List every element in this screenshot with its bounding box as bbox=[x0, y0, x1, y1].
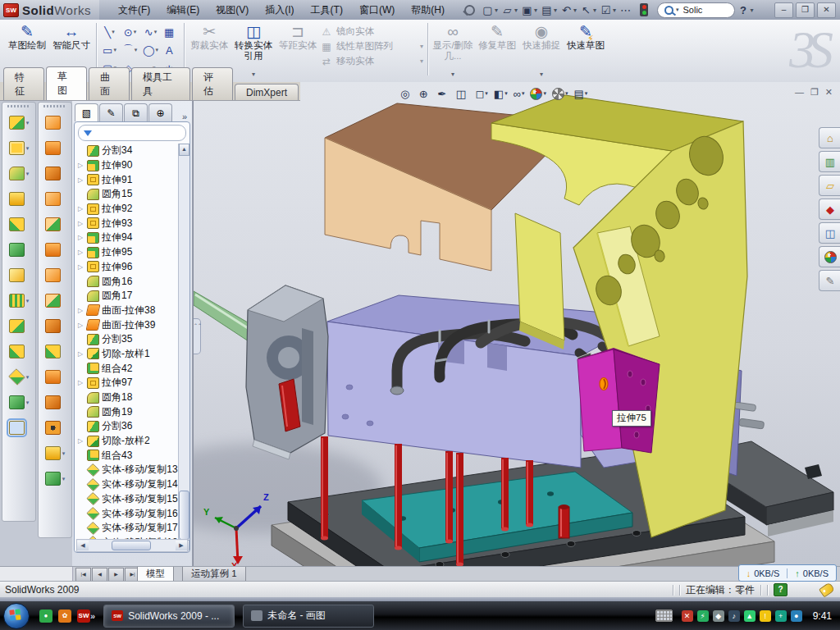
mirror-entities-button[interactable]: ⚠ 镜向实体▾ bbox=[320, 25, 425, 38]
open-button[interactable]: ▱▾ bbox=[500, 2, 519, 18]
section-view-icon[interactable]: ◫▾ bbox=[454, 85, 472, 102]
text-tool[interactable]: A▾ bbox=[161, 41, 181, 59]
filter-input[interactable] bbox=[95, 127, 190, 139]
tree-item[interactable]: ▷ 圆角16 bbox=[75, 274, 179, 289]
panel-chevron-icon[interactable]: » bbox=[182, 112, 187, 121]
expand-arrow-icon[interactable]: ▷ bbox=[78, 437, 84, 445]
model-canvas[interactable] bbox=[194, 82, 840, 566]
selection-box-tool[interactable]: ▦▾ bbox=[161, 23, 181, 41]
scroll-thumb[interactable] bbox=[179, 491, 189, 540]
menu-item[interactable]: 文件(F) bbox=[111, 2, 158, 19]
commandmanager-tab[interactable]: DimXpert bbox=[235, 84, 299, 100]
dimxpertmanager-tab[interactable]: ⊕ bbox=[148, 103, 172, 121]
menu-item[interactable]: 视图(V) bbox=[208, 2, 256, 19]
solidworks-quicklaunch-icon[interactable]: SW bbox=[77, 609, 90, 623]
file-explorer-tab[interactable]: ▱ bbox=[819, 175, 840, 196]
undo-button[interactable]: ↶▾ bbox=[559, 2, 578, 18]
repair-sketch-button[interactable]: ✎ 修复草图▾ bbox=[475, 20, 519, 80]
scroll-thumb[interactable] bbox=[112, 541, 151, 550]
tree-item[interactable]: ▷ 组合42 bbox=[75, 361, 179, 376]
menu-item[interactable]: 窗口(W) bbox=[352, 2, 402, 19]
expand-arrow-icon[interactable]: ▷ bbox=[78, 350, 84, 358]
save-button[interactable]: ▣▾ bbox=[519, 2, 539, 18]
commandmanager-tab[interactable]: 评估 bbox=[192, 67, 233, 100]
tree-item[interactable]: ▷ 实体-移动/复制14 bbox=[75, 477, 179, 492]
tree-item[interactable]: ▷ 圆角15 bbox=[75, 187, 179, 202]
hide-show-items-icon[interactable]: ∞▾ bbox=[512, 85, 527, 102]
tree-item[interactable]: ▷ 拉伸92 bbox=[75, 202, 179, 217]
rectangle-tool[interactable]: ▭▾ bbox=[99, 41, 120, 59]
commandmanager-tab[interactable]: 曲面 bbox=[89, 67, 130, 100]
document-minimize-button[interactable]: — bbox=[795, 87, 804, 98]
expand-arrow-icon[interactable]: ▷ bbox=[78, 322, 84, 329]
ellipse-tool[interactable]: ◯▾ bbox=[140, 41, 161, 59]
panel-splitter[interactable]: ⌃⌃ bbox=[194, 318, 201, 354]
graphics-area[interactable]: ◎▾⊕▾✒▾◫▾◻▾◧▾∞▾▾▾▤▾ — ❐ ✕ ⌂▥▱◆◫✎ 拉伸75 ⌃⌃ bbox=[193, 82, 840, 566]
expand-arrow-icon[interactable]: ▷ bbox=[78, 162, 84, 169]
tree-item[interactable]: ▷ 圆角19 bbox=[75, 404, 179, 419]
move-entities-button[interactable]: ⇄ 移动实体▾ bbox=[320, 55, 425, 67]
commandmanager-tab[interactable]: 草图 bbox=[46, 66, 87, 100]
quick-tips-icon[interactable]: ? bbox=[774, 583, 788, 596]
expand-arrow-icon[interactable]: ▷ bbox=[78, 307, 84, 314]
tree-item[interactable]: ▷ 分割34 bbox=[75, 144, 179, 158]
nav-prev-button[interactable]: ◀ bbox=[92, 568, 107, 582]
solidworks-resources-tab[interactable]: ⌂ bbox=[819, 127, 840, 148]
quick-snaps-button[interactable]: ◉ 快速捕捉▾ bbox=[519, 20, 564, 80]
commandmanager-tab[interactable]: 特征 bbox=[3, 67, 44, 100]
expand-arrow-icon[interactable]: ▷ bbox=[78, 379, 84, 386]
im-tray-icon[interactable]: ● bbox=[791, 610, 802, 622]
quicklaunch-overflow-icon[interactable]: » bbox=[90, 611, 95, 621]
nav-next-button[interactable]: ▶ bbox=[108, 568, 124, 582]
tree-item[interactable]: ▷ 拉伸93 bbox=[75, 216, 179, 231]
tree-item[interactable]: ▷ 拉伸90 bbox=[75, 158, 179, 173]
taskbar-clock[interactable]: 9:41 bbox=[813, 610, 832, 622]
propertymanager-tab[interactable]: ✎ bbox=[99, 103, 123, 121]
rapid-sketch-button[interactable]: ✎⚡ 快速草图 bbox=[564, 20, 608, 80]
scroll-right-icon[interactable]: ▶ bbox=[176, 541, 187, 550]
zoom-to-area-icon[interactable]: ⊕▾ bbox=[418, 85, 433, 102]
tree-item[interactable]: ▷ 拉伸94 bbox=[75, 231, 179, 245]
custom-properties-tab[interactable]: ✎ bbox=[819, 270, 840, 291]
nav-first-button[interactable]: |◀ bbox=[75, 568, 91, 582]
tree-item[interactable]: ▷ 拉伸95 bbox=[75, 245, 179, 260]
apply-scene-icon[interactable]: ▾ bbox=[528, 85, 548, 102]
tree-item[interactable]: ▷ 拉伸97 bbox=[75, 376, 179, 390]
convert-entities-button[interactable]: ◫ 转换实体引用▾ bbox=[231, 20, 276, 80]
tree-item[interactable]: ▷ 切除-放样2 bbox=[75, 434, 179, 449]
linear-sketch-pattern-button[interactable]: ▦ 线性草图阵列▾ bbox=[320, 40, 425, 52]
search-input[interactable] bbox=[682, 4, 728, 16]
view-settings-icon[interactable]: ▾ bbox=[550, 85, 570, 102]
display-style-icon[interactable]: ◧▾ bbox=[492, 85, 509, 102]
app-quicklaunch-icon[interactable]: ✿ bbox=[58, 609, 71, 623]
input-method-icon[interactable] bbox=[655, 609, 673, 622]
tree-horizontal-scrollbar[interactable]: ◀ ▶ bbox=[76, 539, 188, 552]
document-close-button[interactable]: ✕ bbox=[825, 87, 833, 98]
print-button[interactable]: ▤▾ bbox=[539, 2, 559, 18]
tag-icon[interactable] bbox=[819, 582, 835, 597]
expand-arrow-icon[interactable]: ▷ bbox=[78, 263, 84, 271]
document-restore-button[interactable]: ❐ bbox=[810, 87, 819, 98]
tree-item[interactable]: ▷ 实体-移动/复制17 bbox=[75, 521, 179, 536]
spline-tool[interactable]: ∿▾ bbox=[140, 23, 161, 41]
expand-arrow-icon[interactable]: ▷ bbox=[78, 234, 84, 241]
appearances-tab[interactable] bbox=[819, 246, 840, 267]
commandmanager-tab[interactable]: 模具工具 bbox=[131, 67, 190, 100]
shield-plus-tray-icon[interactable]: + bbox=[775, 610, 787, 622]
taskbar-button-paint[interactable]: 未命名 - 画图 bbox=[243, 605, 374, 628]
tree-filter[interactable] bbox=[78, 125, 186, 141]
tree-vertical-scrollbar[interactable]: ▲ ▼ bbox=[178, 144, 189, 552]
menu-item[interactable]: 插入(I) bbox=[258, 2, 301, 19]
tree-item[interactable]: ▷ 分割35 bbox=[75, 332, 179, 347]
tree-item[interactable]: ▷ 切除-放样1 bbox=[75, 347, 179, 362]
search-box[interactable]: ▾ bbox=[657, 2, 735, 18]
design-library-tab[interactable]: ▥ bbox=[819, 151, 840, 172]
certificate-tray-icon[interactable]: ◆ bbox=[713, 610, 724, 622]
featuremanager-tab[interactable]: ▧ bbox=[75, 103, 98, 121]
tree-item[interactable]: ▷ 曲面-拉伸39 bbox=[75, 317, 179, 332]
volume-tray-icon[interactable]: ♪ bbox=[728, 610, 740, 622]
display-delete-relations-button[interactable]: ∞ 显示/删除几...▾ bbox=[431, 20, 475, 80]
tree-item[interactable]: ▷ 拉伸96 bbox=[75, 260, 179, 275]
tree-item[interactable]: ▷ 圆角18 bbox=[75, 390, 179, 405]
menu-item[interactable]: 工具(T) bbox=[304, 2, 350, 19]
